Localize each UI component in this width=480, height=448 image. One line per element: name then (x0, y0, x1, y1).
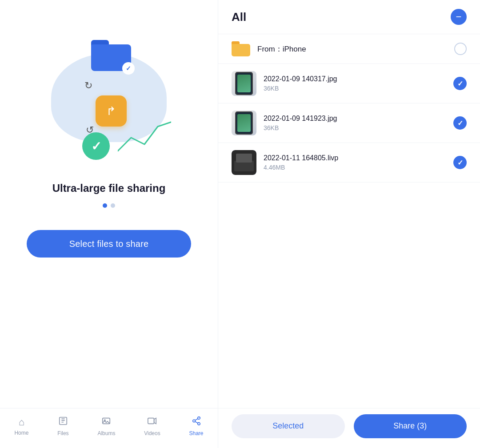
bottom-nav: ⌂ Home Files Albums (0, 408, 218, 448)
file-list: 2022-01-09 140317.jpg 36KB 2022-01-09 14… (218, 64, 480, 408)
file-row-3[interactable]: 2022-01-11 164805.livp 4.46MB (218, 143, 480, 182)
right-bottom-bar: Selected Share (3) (218, 408, 480, 448)
svg-rect-3 (148, 418, 154, 424)
nav-item-share[interactable]: Share (189, 416, 204, 436)
videos-icon (147, 416, 157, 428)
share-button[interactable]: Share (3) (354, 414, 467, 438)
share-icon (192, 416, 201, 428)
albums-icon (101, 416, 111, 428)
file-size-1: 36KB (264, 85, 446, 92)
all-title: All (232, 10, 246, 24)
file-thumb-1 (232, 71, 256, 96)
file-name-3: 2022-01-11 164805.livp (264, 154, 446, 162)
source-folder-icon (232, 41, 250, 56)
file-size-2: 36KB (264, 124, 446, 131)
desk-thumbnail (232, 150, 256, 175)
chart-svg (118, 120, 171, 155)
nav-label-videos: Videos (144, 430, 160, 436)
svg-point-5 (192, 420, 195, 422)
source-row[interactable]: From：iPhone (218, 34, 480, 64)
file-row-2[interactable]: 2022-01-09 141923.jpg 36KB (218, 103, 480, 143)
select-files-button[interactable]: Select files to share (27, 230, 191, 258)
share-arrow-icon: ↱ (106, 104, 116, 118)
dot-2 (111, 203, 115, 208)
files-icon (58, 416, 68, 428)
svg-point-4 (197, 416, 200, 419)
green-check-icon (82, 132, 110, 160)
illustration-title: Ultra-large file sharing (52, 182, 166, 194)
home-icon: ⌂ (19, 416, 24, 428)
selected-button[interactable]: Selected (232, 414, 345, 438)
file-info-1: 2022-01-09 140317.jpg 36KB (264, 75, 446, 92)
svg-point-6 (197, 422, 200, 425)
nav-item-albums[interactable]: Albums (97, 416, 115, 436)
share-box-icon: ↱ (96, 95, 127, 127)
illustration: ↻ ↺ ↱ (38, 27, 180, 169)
left-panel: ↻ ↺ ↱ Ultra-large file sharing Select fi… (0, 0, 218, 448)
nav-label-files: Files (57, 430, 68, 436)
deco-arrow-top-icon: ↻ (84, 80, 92, 91)
nav-label-home: Home (14, 430, 28, 436)
file-info-2: 2022-01-09 141923.jpg 36KB (264, 115, 446, 131)
file-thumb-3 (232, 150, 256, 175)
file-info-3: 2022-01-11 164805.livp 4.46MB (264, 154, 446, 171)
file-name-1: 2022-01-09 140317.jpg (264, 75, 446, 83)
deselect-all-button[interactable] (451, 9, 467, 25)
folder-body-small (232, 44, 250, 56)
file-row-1[interactable]: 2022-01-09 140317.jpg 36KB (218, 64, 480, 103)
file-check-3[interactable] (453, 156, 467, 169)
right-panel: All From：iPhone 2022-01-09 140317.jpg 36… (218, 0, 480, 448)
svg-line-7 (195, 421, 197, 423)
source-radio[interactable] (454, 43, 467, 55)
nav-label-share: Share (189, 430, 204, 436)
file-name-2: 2022-01-09 141923.jpg (264, 115, 446, 123)
source-name: From：iPhone (257, 44, 447, 54)
folder-check-badge (122, 62, 135, 75)
nav-label-albums: Albums (97, 430, 115, 436)
phone-thumbnail-1 (232, 71, 256, 96)
nav-item-files[interactable]: Files (57, 416, 68, 436)
pagination-dots (103, 203, 115, 208)
file-thumb-2 (232, 111, 256, 135)
dot-1 (103, 203, 107, 208)
folder-large-icon (91, 40, 131, 71)
phone-thumbnail-2 (232, 111, 256, 135)
svg-rect-0 (60, 417, 67, 424)
file-size-3: 4.46MB (264, 164, 446, 171)
file-check-2[interactable] (453, 116, 467, 130)
right-header: All (218, 0, 480, 34)
file-check-1[interactable] (453, 77, 467, 90)
nav-item-videos[interactable]: Videos (144, 416, 160, 436)
svg-line-8 (195, 418, 197, 420)
nav-item-home[interactable]: ⌂ Home (14, 416, 28, 436)
